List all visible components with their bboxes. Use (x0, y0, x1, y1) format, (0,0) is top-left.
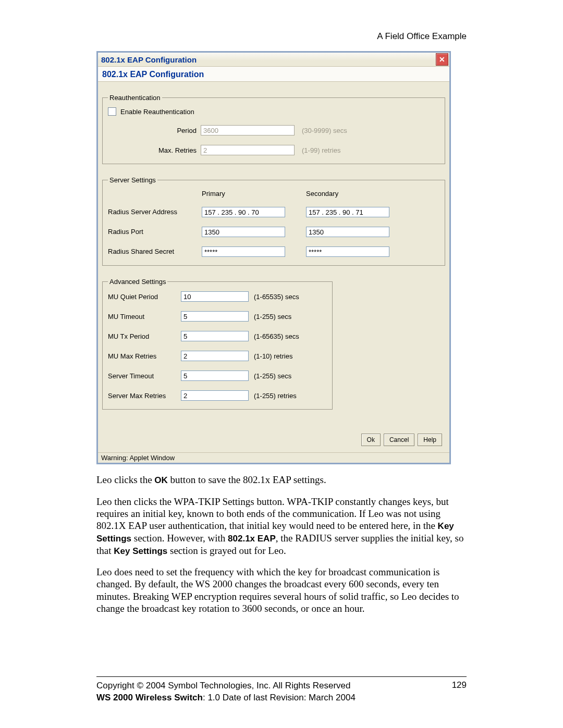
radius-port-primary-input[interactable]: 1350 (202, 227, 285, 237)
mu-timeout-hint: (1-255) secs (254, 313, 322, 320)
ok-button[interactable]: Ok (361, 434, 381, 446)
dialog-buttons: Ok Cancel Help (102, 425, 445, 449)
radius-address-secondary-input[interactable]: 157 . 235 . 90 . 71 (306, 207, 389, 217)
enable-reauth-checkbox[interactable] (108, 107, 116, 116)
mu-tx-hint: (1-65635) secs (254, 332, 322, 340)
server-settings-group: Server Settings Primary Secondary Radius… (102, 180, 445, 266)
period-input[interactable]: 3600 (201, 125, 295, 135)
statusbar: Warning: Applet Window (98, 452, 449, 463)
footer-copyright: Copyright © 2004 Symbol Technologies, In… (96, 680, 356, 692)
titlebar-text: 802.1x EAP Configuration (101, 55, 197, 64)
mu-quiet-hint: (1-65535) secs (254, 293, 322, 301)
mu-tx-label: MU Tx Period (108, 332, 181, 340)
eap-config-dialog: 802.1x EAP Configuration ✕ 802.1x EAP Co… (96, 51, 451, 464)
server-timeout-label: Server Timeout (108, 372, 181, 380)
enable-reauth-label: Enable Reauthentication (120, 108, 194, 116)
period-hint: (30-9999) secs (295, 127, 385, 134)
mu-max-retries-input[interactable]: 2 (181, 351, 249, 361)
server-max-retries-input[interactable]: 2 (181, 390, 249, 401)
page-footer: Copyright © 2004 Symbol Technologies, In… (96, 676, 467, 704)
mu-quiet-label: MU Quiet Period (108, 293, 181, 301)
body-paragraph-3: Leo does need to set the frequency with … (96, 566, 467, 614)
page-number: 129 (452, 680, 467, 704)
radius-address-primary-input[interactable]: 157 . 235 . 90 . 70 (202, 207, 285, 217)
dialog-heading: 802.1x EAP Configuration (98, 67, 449, 82)
secondary-header: Secondary (306, 190, 410, 198)
server-max-retries-hint: (1-255) retries (254, 392, 322, 400)
mu-timeout-label: MU Timeout (108, 313, 181, 320)
radius-address-label: Radius Server Address (108, 207, 202, 217)
server-timeout-input[interactable]: 5 (181, 371, 249, 381)
page-header: A Field Office Example (96, 31, 467, 42)
radius-secret-label: Radius Shared Secret (108, 246, 202, 257)
footer-product: WS 2000 Wireless Switch: 1.0 Date of las… (96, 692, 356, 704)
radius-secret-secondary-input[interactable]: ***** (306, 246, 389, 257)
server-legend: Server Settings (108, 176, 157, 184)
primary-header: Primary (202, 190, 306, 198)
reauthentication-group: Reauthentication Enable Reauthentication… (102, 97, 445, 164)
max-retries-input[interactable]: 2 (201, 145, 295, 155)
mu-max-retries-label: MU Max Retries (108, 352, 181, 360)
advanced-settings-group: Advanced Settings MU Quiet Period 10 (1-… (102, 281, 333, 410)
body-paragraph-2: Leo then clicks the WPA-TKIP Settings bu… (96, 496, 467, 557)
max-retries-label: Max. Retries (108, 146, 201, 154)
cancel-button[interactable]: Cancel (384, 434, 414, 446)
body-paragraph-1: Leo clicks the OK button to save the 802… (96, 474, 467, 486)
max-retries-hint: (1-99) retries (295, 146, 385, 154)
mu-max-retries-hint: (1-10) retries (254, 352, 322, 360)
radius-port-label: Radius Port (108, 227, 202, 237)
advanced-legend: Advanced Settings (108, 278, 167, 286)
reauth-legend: Reauthentication (108, 94, 162, 102)
titlebar: 802.1x EAP Configuration ✕ (98, 53, 449, 67)
mu-quiet-input[interactable]: 10 (181, 291, 249, 302)
close-icon[interactable]: ✕ (436, 53, 448, 66)
period-label: Period (108, 127, 201, 134)
radius-secret-primary-input[interactable]: ***** (202, 246, 285, 257)
radius-port-secondary-input[interactable]: 1350 (306, 227, 389, 237)
mu-timeout-input[interactable]: 5 (181, 311, 249, 322)
help-button[interactable]: Help (418, 434, 442, 446)
mu-tx-input[interactable]: 5 (181, 331, 249, 341)
dialog-body: 802.1x EAP Configuration Reauthenticatio… (98, 67, 449, 463)
server-timeout-hint: (1-255) secs (254, 372, 322, 380)
server-max-retries-label: Server Max Retries (108, 392, 181, 400)
